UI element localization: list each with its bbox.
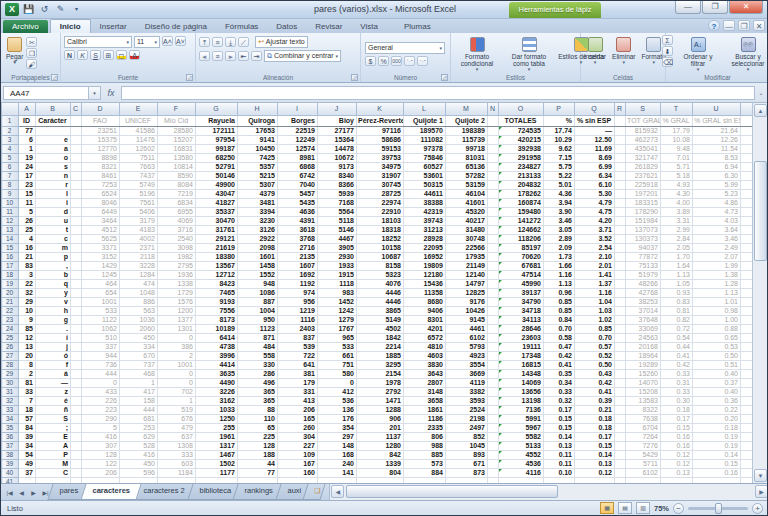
cell[interactable]: 1842 [357,333,404,342]
cell[interactable] [71,405,82,414]
cell[interactable]: 39753 [357,153,404,162]
cell[interactable]: 17.74 [544,126,575,135]
cell[interactable]: 0.16 [661,432,693,441]
cell[interactable] [615,144,626,153]
shrink-font-icon[interactable]: A˅ [175,36,186,46]
align-top-icon[interactable]: ⤒ [199,37,210,47]
cell[interactable]: 1.41 [575,270,615,279]
cell[interactable]: 4.20 [575,216,615,225]
cell[interactable] [71,261,82,270]
align-center-icon[interactable]: ≡ [212,51,223,61]
cell[interactable]: 94037 [626,243,661,252]
cell[interactable]: 0.88 [693,324,741,333]
cell[interactable]: 19809 [404,261,446,270]
cell[interactable]: 983 [318,288,357,297]
cell[interactable] [615,225,626,234]
cell[interactable] [71,459,82,468]
cell[interactable]: 6449 [82,207,120,216]
cell[interactable]: 1885 [357,351,404,360]
cell[interactable]: 0.96 [544,288,575,297]
cell[interactable]: 83 [19,261,36,270]
cell[interactable]: 0.39 [575,396,615,405]
cell[interactable]: 1280 [357,441,404,450]
cell[interactable]: 14797 [446,279,488,288]
row-header-33[interactable]: 33 [2,405,19,414]
cell[interactable]: 2 [19,369,36,378]
cell[interactable]: 3830 [404,360,446,369]
cell[interactable]: 0.15 [544,414,575,423]
cell[interactable]: 12712 [196,270,238,279]
cell[interactable]: 0.15 [693,459,741,468]
cell[interactable]: 1317 [196,441,238,450]
row-header-29[interactable]: 29 [2,369,19,378]
scroll-up-icon[interactable]: ▲ [754,104,767,117]
cell[interactable]: 12140 [446,270,488,279]
cell[interactable]: 198389 [446,126,488,135]
cell[interactable] [488,198,499,207]
ribbon-tab-diseño-de-página[interactable]: Diseño de página [136,20,216,33]
cell[interactable]: 4201 [404,324,446,333]
cell[interactable]: 0.53 [693,342,741,351]
column-header-K[interactable]: K [357,103,404,115]
cell[interactable]: P [36,450,71,459]
row-header-36[interactable]: 36 [2,432,19,441]
cell[interactable]: n [36,171,71,180]
cell[interactable]: 35337 [196,207,238,216]
cell[interactable] [488,423,499,432]
fill-icon[interactable]: ⬇ [662,46,673,56]
cell[interactable]: 75846 [404,153,446,162]
cell[interactable]: 2214 [357,342,404,351]
cell[interactable]: 13583 [626,396,661,405]
delete-cells-button[interactable]: Eliminar▾ [609,35,638,66]
cell[interactable]: 286 [238,369,278,378]
cell[interactable]: 3669 [446,369,488,378]
cell[interactable]: 0.15 [575,441,615,450]
cell[interactable]: 2.89 [544,234,575,243]
cell[interactable]: 468 [120,369,158,378]
close-button[interactable]: ✕ [729,1,763,14]
cell[interactable]: 99187 [196,144,238,153]
cell[interactable]: 8898 [82,153,120,162]
cell[interactable] [615,171,626,180]
cell[interactable]: 0.85 [544,306,575,315]
cell[interactable]: 5967 [499,423,544,432]
cell[interactable]: 18 [19,405,36,414]
cell[interactable]: 12249 [278,135,318,144]
cell[interactable]: 5.18 [661,171,693,180]
cell[interactable] [488,225,499,234]
cell[interactable] [488,207,499,216]
cell[interactable]: 0.72 [661,324,693,333]
cell[interactable] [71,450,82,459]
cell[interactable]: 0 [158,333,196,342]
cell[interactable]: 2716 [278,243,318,252]
cell[interactable]: 5749 [120,180,158,189]
dialog-launcher-icon[interactable]: ◿ [51,74,58,81]
cell[interactable]: 871 [238,333,278,342]
cell[interactable]: 19111 [499,342,544,351]
cell[interactable]: m [36,243,71,252]
cell[interactable]: 2.05 [661,243,693,252]
cell[interactable]: 297 [318,432,357,441]
cell[interactable]: 0.19 [693,432,741,441]
cell[interactable]: 1.28 [693,279,741,288]
cell[interactable] [488,135,499,144]
formula-bar-expand-icon[interactable]: ⌄ [755,89,767,96]
cell[interactable]: 702 [158,387,196,396]
cell[interactable]: 0.51 [693,360,741,369]
row-header-34[interactable]: 34 [2,414,19,423]
cell[interactable]: 58686 [357,135,404,144]
cell[interactable]: 1982 [158,252,196,261]
cell[interactable]: 2403 [278,324,318,333]
cell[interactable]: 4636 [278,207,318,216]
cell[interactable]: 3.94 [544,198,575,207]
number-format-select[interactable]: General▾ [365,42,445,54]
cell[interactable]: 330 [238,360,278,369]
data-header-cell[interactable]: Rayuela [196,115,238,126]
column-header-C[interactable]: C [71,103,82,115]
column-header-O[interactable]: O [499,103,544,115]
cell[interactable] [488,369,499,378]
cell[interactable]: 1.16 [575,288,615,297]
cell[interactable]: 0.12 [575,468,615,477]
cell[interactable]: 4391 [278,216,318,225]
cell[interactable]: 8173 [196,315,238,324]
